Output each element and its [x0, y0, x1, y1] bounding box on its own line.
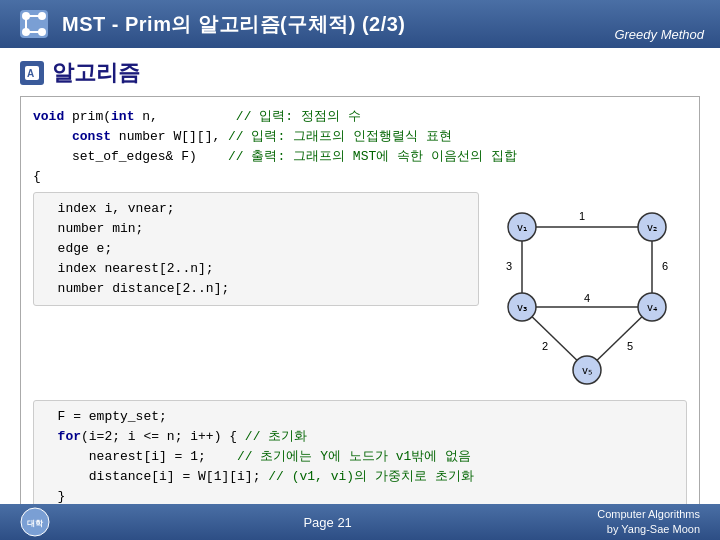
- code-mid-1: index i, vnear;: [42, 201, 175, 216]
- svg-text:1: 1: [579, 210, 585, 222]
- footer-credit: Computer Algorithms by Yang-Sae Moon: [597, 507, 700, 538]
- code-low-5: }: [42, 489, 65, 504]
- code-lower: F = empty_set; for(i=2; i <= n; i++) { /…: [33, 400, 687, 515]
- header-subtitle: Greedy Method: [614, 27, 704, 42]
- svg-text:2: 2: [542, 340, 548, 352]
- svg-text:6: 6: [662, 260, 668, 272]
- middle-section: index i, vnear; number min; edge e; inde…: [33, 192, 687, 396]
- svg-text:3: 3: [506, 260, 512, 272]
- svg-text:v₁: v₁: [517, 221, 527, 233]
- header: MST - Prim의 알고리즘(구체적) (2/3) Greedy Metho…: [0, 0, 720, 48]
- svg-text:v₃: v₃: [517, 301, 527, 313]
- svg-text:v₄: v₄: [647, 301, 658, 313]
- footer: 대학 Page 21 Computer Algorithms by Yang-S…: [0, 504, 720, 540]
- code-mid-5: number distance[2..n];: [42, 281, 229, 296]
- svg-text:v₅: v₅: [582, 364, 592, 376]
- header-icon: [16, 6, 52, 42]
- graph-svg: 1 3 6 4 2 5: [487, 192, 687, 392]
- content-area: void prim(int n, // 입력: 정점의 수 const numb…: [20, 96, 700, 540]
- code-mid-4: index nearest[2..n];: [42, 261, 214, 276]
- code-low-2: for(i=2; i <= n; i++) { // 초기화: [42, 429, 307, 444]
- code-mid-2: number min;: [42, 221, 143, 236]
- svg-text:대학: 대학: [27, 519, 44, 528]
- code-middle: index i, vnear; number min; edge e; inde…: [33, 192, 479, 307]
- code-upper: void prim(int n, // 입력: 정점의 수 const numb…: [33, 107, 687, 188]
- code-line-2: const number W[][], // 입력: 그래프의 인접행렬식 표현: [33, 129, 452, 144]
- page-title: MST - Prim의 알고리즘(구체적) (2/3): [62, 11, 406, 38]
- section-title: 알고리즘: [52, 58, 140, 88]
- footer-credit-line1: Computer Algorithms: [597, 508, 700, 520]
- code-line-3: set_of_edges& F) // 출력: 그래프의 MST에 속한 이음선…: [33, 149, 517, 164]
- code-line-4: {: [33, 169, 41, 184]
- code-line-1: void prim(int n, // 입력: 정점의 수: [33, 109, 361, 124]
- university-logo: 대학: [20, 507, 50, 537]
- code-low-1: F = empty_set;: [42, 409, 167, 424]
- section-icon: A: [20, 61, 44, 85]
- graph-area: 1 3 6 4 2 5: [487, 192, 687, 396]
- svg-text:v₂: v₂: [647, 221, 657, 233]
- svg-text:4: 4: [584, 292, 590, 304]
- section-title-row: A 알고리즘: [20, 58, 700, 88]
- code-low-3: nearest[i] = 1; // 초기에는 Y에 노드가 v1밖에 없음: [42, 449, 471, 464]
- footer-credit-line2: by Yang-Sae Moon: [607, 523, 700, 535]
- main-content: A 알고리즘 void prim(int n, // 입력: 정점의 수 con…: [0, 48, 720, 540]
- footer-page: Page 21: [303, 515, 351, 530]
- svg-text:5: 5: [627, 340, 633, 352]
- code-low-4: distance[i] = W[1][i]; // (v1, vi)의 가중치로…: [42, 469, 474, 484]
- svg-text:A: A: [27, 68, 34, 79]
- code-mid-3: edge e;: [42, 241, 112, 256]
- footer-left: 대학: [20, 507, 58, 537]
